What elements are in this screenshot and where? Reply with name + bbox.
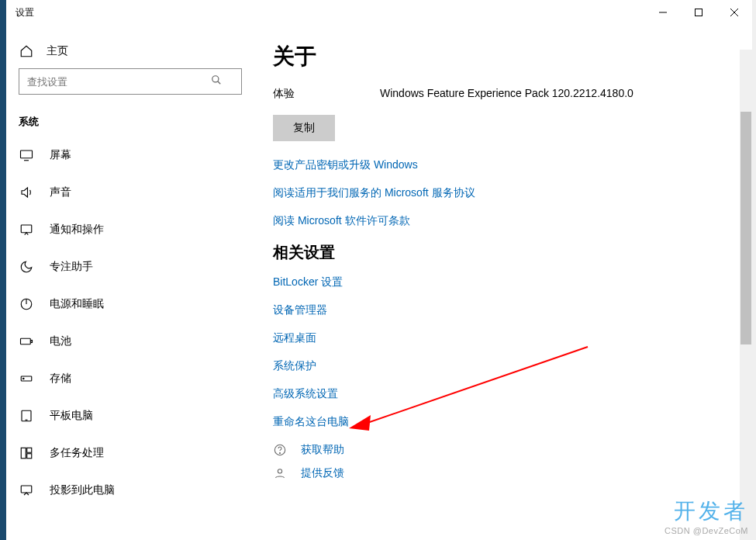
svg-rect-19 xyxy=(27,454,32,459)
sidebar-item-label: 通知和操作 xyxy=(50,223,104,237)
link-ms-license-terms[interactable]: 阅读 Microsoft 软件许可条款 xyxy=(273,214,721,228)
link-change-product-key[interactable]: 更改产品密钥或升级 Windows xyxy=(273,158,721,172)
svg-point-22 xyxy=(279,452,280,453)
svg-point-23 xyxy=(278,469,281,473)
sidebar-item-notify[interactable]: 通知和操作 xyxy=(6,211,254,248)
notify-icon xyxy=(19,222,34,237)
svg-rect-12 xyxy=(31,341,33,343)
svg-rect-17 xyxy=(21,448,26,459)
window-controls xyxy=(645,0,752,25)
experience-value: Windows Feature Experience Pack 120.2212… xyxy=(380,87,633,101)
sidebar-item-tablet[interactable]: 平板电脑 xyxy=(6,397,254,434)
feedback-row: 提供反馈 xyxy=(273,466,721,480)
svg-point-14 xyxy=(23,378,25,379)
link-system-protection[interactable]: 系统保护 xyxy=(273,359,721,373)
sidebar-item-display[interactable]: 屏幕 xyxy=(6,137,254,174)
tablet-icon xyxy=(19,408,34,424)
window-title: 设置 xyxy=(6,6,34,19)
sidebar-item-label: 电源和睡眠 xyxy=(50,297,104,311)
scroll-thumb[interactable] xyxy=(740,112,751,344)
sidebar-item-multitask[interactable]: 多任务处理 xyxy=(6,434,254,472)
multitask-icon xyxy=(19,445,34,461)
maximize-button[interactable] xyxy=(681,0,716,25)
svg-rect-18 xyxy=(27,448,32,452)
search-input[interactable] xyxy=(19,68,242,95)
feedback-link[interactable]: 提供反馈 xyxy=(301,466,344,480)
sidebar-item-label: 存储 xyxy=(50,372,71,386)
sidebar: 主页 系统 屏幕 声音 通知和操作 xyxy=(6,25,254,540)
content-pane: 关于 体验 Windows Feature Experience Pack 12… xyxy=(254,25,752,540)
brand-watermark: 开发者 xyxy=(674,497,748,526)
link-ms-services-agreement[interactable]: 阅读适用于我们服务的 Microsoft 服务协议 xyxy=(273,186,721,200)
related-settings-heading: 相关设置 xyxy=(273,242,721,263)
display-icon xyxy=(19,147,34,163)
link-advanced-system-settings[interactable]: 高级系统设置 xyxy=(273,387,721,401)
sidebar-home-label: 主页 xyxy=(47,44,68,58)
sidebar-home[interactable]: 主页 xyxy=(6,34,254,68)
sidebar-item-storage[interactable]: 存储 xyxy=(6,360,254,397)
body-area: 主页 系统 屏幕 声音 通知和操作 xyxy=(6,25,752,540)
close-button[interactable] xyxy=(716,0,752,25)
svg-rect-6 xyxy=(21,151,33,158)
titlebar: 设置 xyxy=(6,0,752,25)
svg-rect-11 xyxy=(21,338,31,344)
focus-icon xyxy=(19,259,34,275)
storage-icon xyxy=(19,371,34,386)
experience-row: 体验 Windows Feature Experience Pack 120.2… xyxy=(273,87,721,101)
maximize-icon xyxy=(695,9,702,16)
sidebar-item-sound[interactable]: 声音 xyxy=(6,174,254,211)
sidebar-item-focus[interactable]: 专注助手 xyxy=(6,248,254,286)
link-bitlocker[interactable]: BitLocker 设置 xyxy=(273,275,721,289)
feedback-icon xyxy=(273,466,287,480)
sidebar-item-label: 平板电脑 xyxy=(50,409,93,423)
copy-button[interactable]: 复制 xyxy=(273,115,335,141)
sidebar-item-label: 屏幕 xyxy=(50,148,71,162)
minimize-button[interactable] xyxy=(645,0,681,25)
link-remote-desktop[interactable]: 远程桌面 xyxy=(273,331,721,345)
get-help-link[interactable]: 获取帮助 xyxy=(301,443,344,457)
svg-rect-1 xyxy=(696,9,702,16)
sidebar-item-power[interactable]: 电源和睡眠 xyxy=(6,286,254,323)
link-device-manager[interactable]: 设备管理器 xyxy=(273,303,721,317)
settings-window: 设置 主页 xyxy=(6,0,752,540)
get-help-row: 获取帮助 xyxy=(273,443,721,457)
vertical-scrollbar[interactable] xyxy=(740,50,752,540)
svg-rect-20 xyxy=(21,486,32,493)
sidebar-item-label: 声音 xyxy=(50,185,71,199)
experience-label: 体验 xyxy=(273,87,380,101)
help-icon xyxy=(273,443,287,457)
sidebar-item-label: 电池 xyxy=(50,334,71,348)
home-icon xyxy=(19,43,34,59)
svg-rect-8 xyxy=(21,225,32,233)
project-icon xyxy=(19,483,34,498)
search-container xyxy=(19,68,242,95)
link-rename-pc[interactable]: 重命名这台电脑 xyxy=(273,415,721,429)
csdn-watermark: CSDN @DevZeCoM xyxy=(665,526,748,535)
minimize-icon xyxy=(659,9,667,16)
sidebar-item-label: 投影到此电脑 xyxy=(50,483,115,497)
page-title: 关于 xyxy=(273,42,721,71)
sidebar-section-label: 系统 xyxy=(6,104,254,137)
battery-icon xyxy=(19,334,34,349)
sidebar-item-battery[interactable]: 电池 xyxy=(6,323,254,360)
sound-icon xyxy=(19,185,34,200)
power-icon xyxy=(19,296,34,312)
sidebar-item-project[interactable]: 投影到此电脑 xyxy=(6,472,254,509)
sidebar-item-label: 专注助手 xyxy=(50,260,93,274)
close-icon xyxy=(730,9,738,16)
sidebar-item-label: 多任务处理 xyxy=(50,446,104,460)
